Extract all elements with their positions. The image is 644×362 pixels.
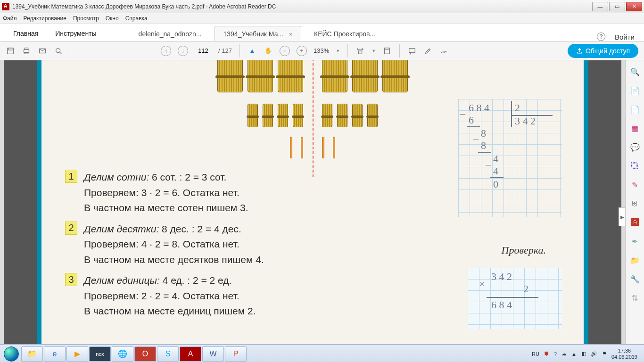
svg-point-6 (56, 48, 60, 52)
comments-icon[interactable]: 💬 (630, 142, 640, 152)
check-label: Проверка. (502, 244, 546, 256)
taskbar-acrobat[interactable]: A (180, 346, 201, 362)
svg-rect-8 (385, 48, 390, 54)
taskbar-word[interactable]: W (202, 346, 224, 362)
zoom-out-icon[interactable]: − (280, 46, 290, 56)
page-sep: / (218, 47, 220, 54)
hand-icon[interactable]: ✋ (264, 46, 273, 56)
maximize-button[interactable]: ▭ (609, 2, 625, 11)
taskbar-chrome[interactable]: 🌐 (112, 346, 133, 362)
tab-doc2-label: 1394_Учебник Ма... (223, 30, 284, 38)
long-division: – 6 8 4 2 3 4 2 6 – 8 8 – 4 4 0 (458, 99, 562, 217)
tray-cloud-icon[interactable]: ☁ (561, 351, 567, 357)
more-tools-icon[interactable]: 🔧 (630, 274, 640, 284)
app-icon (2, 3, 9, 10)
right-tools-rail: ▶ 🔍 📄 📄 ▦ 💬 ⿻ ✎ ⛨ 🅰 ✒ 📁 🔧 ⇅ (625, 60, 644, 344)
tray-lang[interactable]: RU (532, 351, 539, 357)
taskbar-explorer[interactable]: 📁 (21, 346, 43, 362)
compress-icon[interactable]: 🅰 (630, 218, 640, 227)
svg-rect-3 (25, 48, 28, 49)
pointer-icon[interactable]: ▲ (248, 46, 257, 56)
export-pdf-icon[interactable]: 📄 (630, 86, 640, 95)
start-button[interactable] (2, 345, 21, 362)
zoom-value[interactable]: 133% (314, 47, 329, 54)
taskbar: 📁 e ▶ nox 🌐 O S A W P RU ⛊ ? ☁ ▲ ◧ 🔊 ⚑ 1… (0, 344, 644, 362)
system-tray: RU ⛊ ? ☁ ▲ ◧ 🔊 ⚑ 17:3604.06.2019 (532, 348, 642, 360)
minimize-button[interactable]: — (592, 2, 608, 11)
tray-clock[interactable]: 17:3604.06.2019 (611, 348, 637, 360)
tab-doc1[interactable]: delenie_na_odnozn... (130, 26, 211, 41)
search-icon[interactable] (54, 46, 63, 56)
login-button[interactable]: Войти (615, 33, 635, 41)
taskbar-opera[interactable]: O (134, 346, 156, 362)
tab-doc2-active[interactable]: 1394_Учебник Ма... × (215, 26, 302, 41)
combine-icon[interactable]: ⿻ (630, 161, 640, 171)
step-2: 2 Делим десятки: 8 дес. : 2 = 4 дес. Про… (65, 222, 570, 268)
organize-icon[interactable]: ✎ (630, 180, 640, 189)
tab-home[interactable]: Главная (7, 26, 45, 41)
svg-rect-4 (25, 52, 28, 54)
svg-rect-9 (409, 48, 415, 52)
fill-sign-icon[interactable]: ✒ (630, 237, 640, 246)
taskbar-nox[interactable]: nox (89, 346, 111, 362)
sign-icon[interactable] (439, 46, 449, 56)
tab-tools[interactable]: Инструменты (49, 26, 103, 41)
comment-icon[interactable] (407, 46, 417, 56)
tray-volume-icon[interactable]: 🔊 (591, 351, 597, 357)
step-number: 2 (65, 222, 77, 235)
toolbar: ↑ ↓ / 127 ▲ ✋ − + 133%▼ ▼ Общий доступ (0, 41, 644, 60)
tray-network-icon[interactable]: ◧ (581, 351, 586, 357)
tab-close-icon[interactable]: × (289, 31, 292, 38)
menu-window[interactable]: Окно (106, 15, 119, 22)
check-multiplication: × 3 4 2 2 6 8 4 (468, 268, 562, 329)
scroll-rail-icon[interactable]: ⇅ (630, 293, 640, 303)
page-total: 127 (222, 47, 232, 54)
menubar: Файл Редактирование Просмотр Окно Справк… (0, 13, 644, 24)
tray-up-icon[interactable]: ▲ (571, 351, 577, 357)
highlight-icon[interactable] (423, 46, 433, 56)
document-area[interactable]: – 6 8 4 2 3 4 2 6 – 8 8 – 4 4 0 Проверка… (0, 60, 625, 344)
collapse-rail-icon[interactable]: ▶ (619, 207, 625, 226)
svg-rect-7 (359, 51, 362, 54)
close-button[interactable]: ✕ (626, 2, 642, 11)
svg-rect-1 (8, 48, 12, 50)
tray-shield-icon[interactable]: ⛊ (544, 351, 549, 357)
share-button[interactable]: Общий доступ (568, 44, 638, 58)
taskbar-skype[interactable]: S (157, 346, 179, 362)
send-icon[interactable]: 📁 (630, 255, 640, 265)
taskbar-powerpoint[interactable]: P (225, 346, 247, 362)
zoom-in-icon[interactable]: + (297, 46, 307, 56)
fit-page-icon[interactable] (382, 46, 392, 56)
tabbar: Главная Инструменты delenie_na_odnozn...… (0, 24, 644, 41)
page-down-icon[interactable]: ↓ (178, 46, 188, 56)
create-pdf-icon[interactable]: 📄 (630, 105, 640, 114)
fit-width-icon[interactable] (355, 46, 365, 56)
hundreds-bundles (56, 60, 570, 92)
zoom-tool-icon[interactable]: 🔍 (630, 67, 640, 76)
menu-edit[interactable]: Редактирование (24, 15, 66, 22)
print-icon[interactable] (22, 46, 31, 56)
tab-doc3[interactable]: КЕЙС Проектиров... (305, 26, 384, 41)
tray-help-icon[interactable]: ? (554, 351, 557, 357)
page-up-icon[interactable]: ↑ (161, 46, 171, 56)
taskbar-media[interactable]: ▶ (66, 346, 88, 362)
page-number-input[interactable] (195, 47, 212, 54)
step-number: 3 (65, 273, 77, 286)
window-title: 1394_Учебник Математика 3 класс Дорофеев… (12, 3, 591, 10)
svg-rect-0 (8, 48, 14, 54)
taskbar-ie[interactable]: e (44, 346, 66, 362)
help-icon[interactable]: ? (597, 33, 605, 41)
mail-icon[interactable] (38, 46, 47, 56)
titlebar: 1394_Учебник Математика 3 класс Дорофеев… (0, 0, 644, 13)
share-label: Общий доступ (586, 47, 630, 55)
pdf-page: – 6 8 4 2 3 4 2 6 – 8 8 – 4 4 0 Проверка… (37, 60, 588, 344)
tray-flag-icon[interactable]: ⚑ (602, 351, 607, 357)
save-icon[interactable] (6, 46, 15, 56)
step-number: 1 (65, 170, 77, 183)
menu-file[interactable]: Файл (3, 15, 17, 22)
edit-pdf-icon[interactable]: ▦ (630, 123, 640, 133)
protect-icon[interactable]: ⛨ (630, 199, 640, 208)
menu-view[interactable]: Просмотр (73, 15, 99, 22)
menu-help[interactable]: Справка (125, 15, 148, 22)
